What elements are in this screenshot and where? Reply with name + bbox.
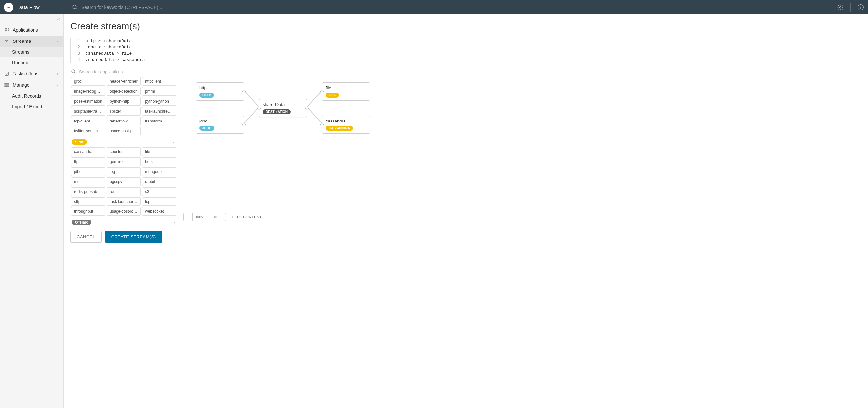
processor-grid: grpcheader-enricherhttpclientimage-recog… — [70, 77, 177, 135]
palette-chip[interactable]: tasklaunchreque… — [142, 107, 176, 116]
palette-chip[interactable]: ftp — [71, 157, 105, 166]
palette-chip[interactable]: router — [106, 187, 141, 196]
nav-audit[interactable]: Audit Records — [0, 91, 63, 101]
palette-chip[interactable]: sftp — [71, 197, 105, 206]
chevron-down-icon — [206, 216, 209, 218]
palette-search-input[interactable] — [79, 69, 176, 74]
footer-actions: CANCEL CREATE STREAM(S) — [64, 226, 868, 249]
palette-chip[interactable]: grpc — [71, 77, 105, 86]
palette-chip[interactable]: object-detection — [106, 87, 141, 96]
node-shared-data[interactable]: sharedData DESTINATION — [259, 99, 307, 117]
palette-chip[interactable]: throughput — [71, 207, 105, 216]
palette-chip[interactable]: transform — [142, 117, 176, 125]
node-http[interactable]: http HTTP — [196, 82, 244, 101]
fit-to-content-button[interactable]: FIT TO CONTENT — [225, 213, 266, 221]
svg-line-20 — [307, 107, 322, 124]
nav-tasks[interactable]: Tasks / Jobs — [0, 68, 63, 79]
dsl-editor[interactable]: 1http > :sharedData 2jdbc > :sharedData … — [70, 37, 861, 63]
node-cassandra[interactable]: cassandra CASSANDRA — [322, 116, 370, 134]
input-port[interactable] — [320, 90, 323, 93]
svg-line-18 — [244, 107, 259, 124]
palette-chip[interactable]: counter — [106, 147, 141, 156]
nav-applications[interactable]: Applications — [0, 24, 63, 35]
line-num: 1 — [71, 38, 83, 44]
palette-chip[interactable]: pose-estimation — [71, 97, 105, 105]
other-section-header[interactable]: OTHER — [70, 216, 177, 226]
palette-chip[interactable]: rabbit — [142, 177, 176, 186]
sink-badge: SINK — [72, 139, 87, 145]
nav-import-export[interactable]: Import / Export — [0, 101, 63, 112]
line-content[interactable]: jdbc > :sharedData — [83, 44, 861, 51]
create-stream-button[interactable]: CREATE STREAM(S) — [105, 231, 162, 243]
svg-point-5 — [861, 6, 861, 6]
input-port[interactable] — [257, 106, 260, 110]
cancel-button[interactable]: CANCEL — [70, 231, 101, 243]
palette-search[interactable] — [70, 66, 177, 77]
palette-chip[interactable]: header-enricher — [106, 77, 141, 86]
palette-chip[interactable]: redis-pubsub — [71, 187, 105, 196]
line-content[interactable]: :sharedData > file — [83, 51, 861, 57]
palette-chip[interactable]: file — [142, 147, 176, 156]
node-title: cassandra — [326, 119, 367, 124]
line-num: 3 — [71, 51, 83, 57]
palette-chip[interactable]: tcp-client — [71, 117, 105, 125]
settings-icon[interactable] — [837, 4, 844, 11]
other-badge: OTHER — [72, 220, 91, 225]
palette-chip[interactable]: tcp — [142, 197, 176, 206]
input-port[interactable] — [320, 123, 323, 126]
nav-applications-label: Applications — [12, 27, 38, 33]
search-icon — [71, 69, 76, 74]
nav-runtime[interactable]: Runtime — [0, 57, 63, 68]
node-jdbc[interactable]: jdbc JDBC — [196, 116, 244, 134]
palette-chip[interactable]: pmml — [142, 87, 176, 96]
palette-chip[interactable]: httpclient — [142, 77, 176, 86]
zoom-value-button[interactable]: 100% — [192, 214, 211, 221]
svg-rect-12 — [5, 72, 9, 76]
palette-chip[interactable]: tensorflow — [106, 117, 141, 125]
palette-chip[interactable]: pgcopy — [106, 177, 141, 186]
output-port[interactable] — [242, 123, 246, 126]
palette-chip[interactable]: python-http — [106, 97, 141, 105]
zoom-in-button[interactable] — [211, 214, 220, 221]
palette-chip[interactable]: mqtt — [71, 177, 105, 186]
palette-chip[interactable]: twitter-sentiment — [71, 127, 105, 135]
palette-chip[interactable]: usage-cost-proc… — [106, 127, 141, 135]
node-tag: JDBC — [199, 126, 214, 131]
palette-chip[interactable]: image-recogniti… — [71, 87, 105, 96]
palette-chip[interactable]: splitter — [106, 107, 141, 116]
global-search[interactable] — [72, 4, 837, 10]
nav-manage[interactable]: Manage — [0, 79, 63, 91]
global-search-input[interactable] — [81, 5, 214, 10]
zoom-out-button[interactable] — [184, 214, 192, 221]
top-header: Data Flow — [0, 0, 868, 14]
palette-chip[interactable]: hdfs — [142, 157, 176, 166]
sidebar-collapse[interactable] — [0, 14, 63, 24]
nav-audit-label: Audit Records — [12, 93, 41, 99]
palette-chip[interactable]: log — [106, 167, 141, 176]
line-content[interactable]: :sharedData > cassandra — [83, 57, 861, 63]
sink-section-header[interactable]: SINK — [70, 135, 177, 147]
palette-chip[interactable]: scriptable-transf… — [71, 107, 105, 116]
nav-streams-list[interactable]: Streams — [0, 47, 63, 57]
svg-rect-14 — [5, 86, 9, 87]
palette-chip[interactable]: mongodb — [142, 167, 176, 176]
palette-chip[interactable]: jdbc — [71, 167, 105, 176]
palette-chip[interactable]: gemfire — [106, 157, 141, 166]
info-icon[interactable] — [857, 4, 864, 11]
line-content[interactable]: http > :sharedData — [83, 38, 861, 44]
palette-chip[interactable]: cassandra — [71, 147, 105, 156]
output-port[interactable] — [305, 106, 309, 110]
palette-chip[interactable]: python-jython — [142, 97, 176, 105]
nav-import-export-label: Import / Export — [12, 104, 42, 109]
nav-streams[interactable]: Streams — [0, 35, 63, 47]
output-port[interactable] — [242, 90, 246, 93]
node-file[interactable]: file FILE — [322, 82, 370, 101]
palette-chip[interactable]: s3 — [142, 187, 176, 196]
zoom-group: 100% — [183, 213, 220, 221]
palette-chip[interactable]: usage-cost-logg… — [106, 207, 141, 216]
palette-chip[interactable]: websocket — [142, 207, 176, 216]
header-divider-2 — [850, 3, 851, 12]
palette-chip[interactable]: task-launcher-d… — [106, 197, 141, 206]
node-tag: HTTP — [199, 93, 214, 98]
flow-canvas[interactable]: http HTTP file FILE sharedData DESTINATI… — [180, 66, 861, 226]
